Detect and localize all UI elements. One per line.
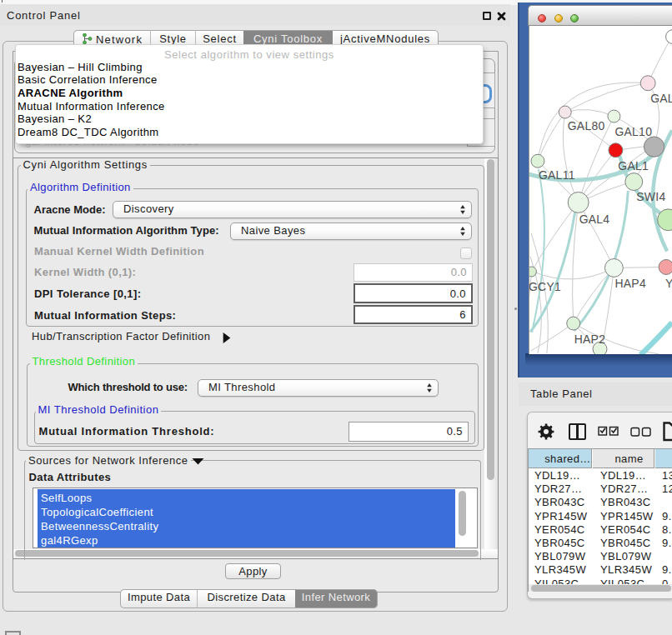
svg-text:GAL10: GAL10: [614, 125, 652, 138]
svg-text:SWI4: SWI4: [636, 190, 665, 203]
svg-text:GAL11: GAL11: [539, 168, 575, 182]
svg-text:GAL4: GAL4: [579, 212, 610, 226]
svg-text:GAL1: GAL1: [618, 159, 649, 172]
svg-text:HAP4: HAP4: [614, 277, 646, 290]
svg-text:GAL2: GAL2: [650, 92, 672, 105]
svg-text:HAP2: HAP2: [574, 332, 606, 346]
svg-text:GAL80: GAL80: [568, 119, 605, 132]
svg-text:YM: YM: [665, 277, 672, 290]
svg-text:GCY1: GCY1: [529, 280, 561, 293]
